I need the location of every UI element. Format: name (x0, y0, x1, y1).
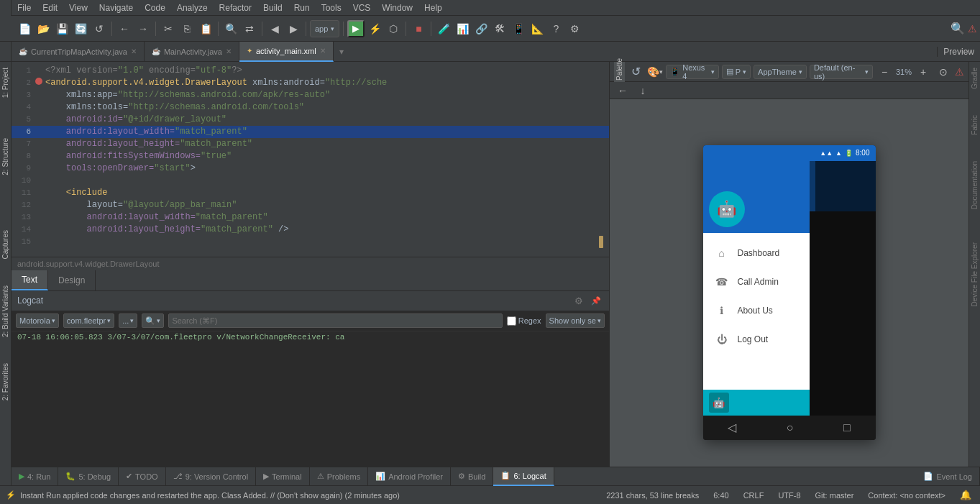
bottom-tab-eventlog[interactable]: 📄 Event Log (916, 467, 980, 486)
menu-view[interactable]: View (63, 1, 93, 14)
run-btn[interactable]: ▶ (347, 20, 365, 37)
documentation-label[interactable]: Documentation (969, 155, 980, 215)
global-search-btn[interactable]: 🔍 (949, 20, 966, 37)
build-variants-panel-label[interactable]: 2: Build Variants (0, 280, 11, 343)
coverage-btn[interactable]: 🧪 (435, 20, 452, 37)
preview-orientation-combo[interactable]: ▤ P ▾ (722, 65, 751, 79)
save-btn[interactable]: 💾 (53, 20, 70, 37)
open-btn[interactable]: 📂 (35, 20, 52, 37)
structure-panel-label[interactable]: 2: Structure (0, 132, 11, 181)
menu-help[interactable]: Help (418, 1, 448, 14)
sub-tab-design[interactable]: Design (48, 270, 96, 290)
logcat-settings-btn[interactable]: ⚙ (572, 293, 586, 308)
bottom-tab-todo[interactable]: ✔ TODO (119, 467, 166, 486)
preview-locale-combo[interactable]: Default (en-us) ▾ (810, 65, 873, 79)
bottom-tab-problems[interactable]: ⚠ Problems (310, 467, 368, 486)
logcat-pin-btn[interactable]: 📌 (589, 293, 603, 308)
captures-panel-label[interactable]: Captures (0, 224, 11, 265)
code-line-2: 2 <android.support.v4.widget.DrawerLayou… (12, 77, 609, 89)
logcat-show-only-combo[interactable]: Show only se ▾ (546, 313, 605, 328)
lightning-btn[interactable]: ⚡ (366, 20, 383, 37)
logcat-more-combo[interactable]: ... ▾ (119, 313, 137, 328)
fabric-label[interactable]: Fabric (969, 109, 980, 141)
bottom-tab-profiler[interactable]: 📊 Android Profiler (368, 467, 451, 486)
bottom-tab-run[interactable]: ▶ 4: Run (12, 467, 58, 486)
menu-refactor[interactable]: Refactor (214, 1, 257, 14)
structure2-btn[interactable]: 📐 (528, 20, 546, 37)
tab-close-3[interactable]: ✕ (320, 47, 326, 55)
menu-build[interactable]: Build (257, 1, 288, 14)
menu-analyze[interactable]: Analyze (171, 1, 214, 14)
menu-window[interactable]: Window (376, 1, 418, 14)
code-editor[interactable]: 1 <?xml version="1.0" encoding="utf-8"?>… (12, 62, 609, 257)
paste-btn[interactable]: 📋 (197, 20, 214, 37)
project-panel-label[interactable]: 1: Project (0, 62, 11, 104)
toolbar-sep-8 (431, 22, 431, 36)
logcat-title-label: Logcat (17, 295, 43, 306)
sub-tab-text[interactable]: Text (12, 270, 48, 290)
stop-btn[interactable]: ■ (410, 20, 427, 37)
tab-mainactivity[interactable]: ☕ MainActivity.java ✕ (145, 42, 239, 62)
avd-btn[interactable]: 📱 (510, 20, 527, 37)
tab-more-btn[interactable]: ▾ (334, 47, 349, 57)
zoom-fit-btn[interactable]: ⊙ (935, 63, 952, 81)
bottom-tab-logcat[interactable]: 📋 6: Logcat (493, 467, 554, 486)
zoom-in-btn[interactable]: + (915, 63, 932, 81)
status-notifications-btn[interactable]: 🔔 (957, 487, 974, 504)
undo-btn[interactable]: ← (116, 20, 133, 37)
next-screen-btn[interactable]: ↓ (634, 82, 651, 99)
bottom-tab-terminal[interactable]: ▶ Terminal (256, 467, 310, 486)
sync-btn[interactable]: 🔄 (72, 20, 89, 37)
redo-btn[interactable]: → (134, 20, 152, 37)
find-btn[interactable]: 🔍 (222, 20, 239, 37)
preview-refresh-btn[interactable]: ↺ (628, 63, 644, 81)
tab-activity-main-xml[interactable]: ✦ activity_main.xml ✕ (239, 42, 334, 62)
prev-screen-btn[interactable]: ← (614, 82, 631, 99)
replace-btn[interactable]: ⇄ (241, 20, 258, 37)
tab-close-1[interactable]: ✕ (131, 47, 137, 55)
menu-edit[interactable]: Edit (37, 1, 63, 14)
navigate-forward-btn[interactable]: ▶ (285, 20, 302, 37)
menu-file[interactable]: File (12, 1, 37, 14)
preview-device-combo[interactable]: 📱 Nexus 4 ▾ (666, 65, 719, 79)
help2-btn[interactable]: ? (547, 20, 564, 37)
preview-apptheme-combo[interactable]: AppTheme ▾ (754, 65, 807, 79)
gradle-label[interactable]: Gradle (969, 62, 980, 95)
bottom-tab-vcs[interactable]: ⎇ 9: Version Control (166, 467, 256, 486)
logcat-search-combo[interactable]: 🔍 ▾ (142, 313, 164, 328)
bottom-tab-debug[interactable]: 🐛 5: Debug (58, 467, 119, 486)
menu-vcs[interactable]: VCS (347, 1, 377, 14)
tab-close-2[interactable]: ✕ (226, 47, 232, 55)
logcat-package-combo[interactable]: com.fleetpr ▾ (63, 313, 114, 328)
copy-btn[interactable]: ⎘ (178, 20, 196, 37)
bottom-tab-run-label: 4: Run (27, 472, 50, 481)
tab-currenttripmapactivity[interactable]: ☕ CurrentTripMapActivity.java ✕ (12, 42, 145, 62)
refresh-btn[interactable]: ↺ (91, 20, 108, 37)
profile-btn[interactable]: 📊 (454, 20, 471, 37)
run-config-combo[interactable]: app ▾ (310, 20, 339, 37)
favorites-panel-label[interactable]: 2: Favorites (0, 357, 11, 406)
zoom-out-btn[interactable]: − (876, 63, 893, 81)
menu-run[interactable]: Run (288, 1, 316, 14)
status-encoding[interactable]: UTF-8 (775, 486, 803, 505)
sdk-btn[interactable]: 🛠 (491, 20, 508, 37)
menu-tools[interactable]: Tools (316, 1, 347, 14)
attach-btn[interactable]: 🔗 (472, 20, 490, 37)
settings-btn[interactable]: ⚙ (566, 20, 583, 37)
logcat-search-input[interactable] (168, 313, 502, 328)
palette-side-label[interactable]: Palette (614, 62, 625, 82)
status-linesep[interactable]: CRLF (741, 486, 767, 505)
status-position[interactable]: 6:40 (710, 486, 731, 505)
menu-navigate[interactable]: Navigate (93, 1, 139, 14)
instant-run-btn[interactable]: ⬡ (385, 20, 402, 37)
navigate-back-btn[interactable]: ◀ (266, 20, 283, 37)
device-file-explorer-label[interactable]: Device File Explorer (969, 237, 980, 312)
new-file-btn[interactable]: 📄 (16, 20, 33, 37)
cut-btn[interactable]: ✂ (160, 20, 177, 37)
status-git[interactable]: Git: master (812, 486, 857, 505)
logcat-regex-checkbox[interactable] (507, 316, 516, 326)
menu-code[interactable]: Code (139, 1, 171, 14)
bottom-tab-build[interactable]: ⚙ Build (451, 467, 493, 486)
preview-theme-btn[interactable]: 🎨 ▾ (647, 63, 664, 81)
logcat-device-combo[interactable]: Motorola ▾ (16, 313, 59, 328)
